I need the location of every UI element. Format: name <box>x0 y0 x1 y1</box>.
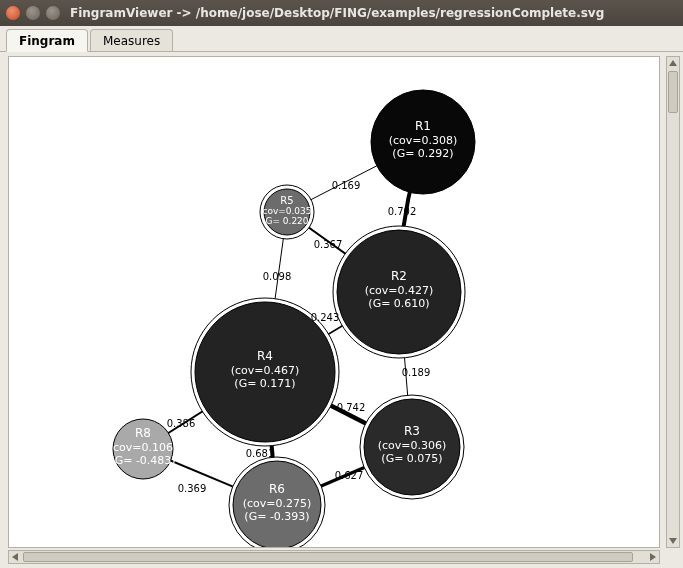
graph-node-R3[interactable]: R3(cov=0.306)(G= 0.075) <box>360 395 464 499</box>
node-cov: (cov=0.427) <box>365 284 434 297</box>
minimize-icon[interactable] <box>26 6 40 20</box>
edge-label: 0.627 <box>335 470 364 481</box>
node-cov: (cov=0.106) <box>109 441 178 454</box>
node-g: (G= 0.610) <box>368 297 429 310</box>
node-g: (G= -0.483) <box>110 454 175 467</box>
node-cov: (cov=0.467) <box>231 364 300 377</box>
node-cov: (cov=0.306) <box>378 439 447 452</box>
node-g: (G= -0.393) <box>244 510 309 523</box>
edge-label: 0.098 <box>263 271 292 282</box>
edge-label: 0.386 <box>167 418 196 429</box>
close-icon[interactable] <box>6 6 20 20</box>
node-label: R5 <box>280 195 293 206</box>
graph-node-R2[interactable]: R2(cov=0.427)(G= 0.610) <box>333 226 465 358</box>
graph-node-R6[interactable]: R6(cov=0.275)(G= -0.393) <box>229 457 325 548</box>
node-g: (G= 0.292) <box>392 147 453 160</box>
edge-label: 0.169 <box>332 180 361 191</box>
graph-svg: R1(cov=0.308)(G= 0.292)R2(cov=0.427)(G= … <box>9 57 660 548</box>
horizontal-scrollbar[interactable] <box>8 550 660 564</box>
node-g: (G= 0.075) <box>381 452 442 465</box>
scroll-left-icon[interactable] <box>12 553 18 561</box>
tab-fingram[interactable]: Fingram <box>6 29 88 52</box>
edge-label: 0.243 <box>311 312 340 323</box>
window-titlebar: FingramViewer -> /home/jose/Desktop/FING… <box>0 0 683 26</box>
scroll-down-icon[interactable] <box>669 538 677 544</box>
node-label: R4 <box>257 349 273 363</box>
window-controls <box>6 6 60 20</box>
edge-label: 0.742 <box>337 402 366 413</box>
edge-label: 0.702 <box>388 206 417 217</box>
vertical-scroll-thumb[interactable] <box>668 71 678 113</box>
tab-bar: Fingram Measures <box>0 26 683 52</box>
graph-canvas[interactable]: R1(cov=0.308)(G= 0.292)R2(cov=0.427)(G= … <box>8 56 660 548</box>
tab-measures[interactable]: Measures <box>90 29 173 51</box>
edge-label: 0.189 <box>402 367 431 378</box>
edge-label: 0.681 <box>246 448 275 459</box>
edge-label: 0.367 <box>314 239 343 250</box>
maximize-icon[interactable] <box>46 6 60 20</box>
window-title: FingramViewer -> /home/jose/Desktop/FING… <box>70 6 604 20</box>
vertical-scrollbar[interactable] <box>666 56 680 548</box>
node-g: G= 0.220 <box>265 216 308 226</box>
node-label: R3 <box>404 424 420 438</box>
node-cov: (cov=0.275) <box>243 497 312 510</box>
node-g: (G= 0.171) <box>234 377 295 390</box>
horizontal-scroll-thumb[interactable] <box>23 552 633 562</box>
node-label: R6 <box>269 482 285 496</box>
scroll-right-icon[interactable] <box>650 553 656 561</box>
scroll-up-icon[interactable] <box>669 60 677 66</box>
viewer-area: R1(cov=0.308)(G= 0.292)R2(cov=0.427)(G= … <box>0 52 683 568</box>
node-cov: (cov=0.308) <box>389 134 458 147</box>
edge-label: 0.369 <box>178 483 207 494</box>
node-label: R1 <box>415 119 431 133</box>
node-label: R2 <box>391 269 407 283</box>
graph-node-R5[interactable]: R5cov=0.035G= 0.220 <box>260 185 314 239</box>
node-cov: cov=0.035 <box>262 206 311 216</box>
graph-node-R1[interactable]: R1(cov=0.308)(G= 0.292) <box>371 90 475 194</box>
node-label: R8 <box>135 426 151 440</box>
